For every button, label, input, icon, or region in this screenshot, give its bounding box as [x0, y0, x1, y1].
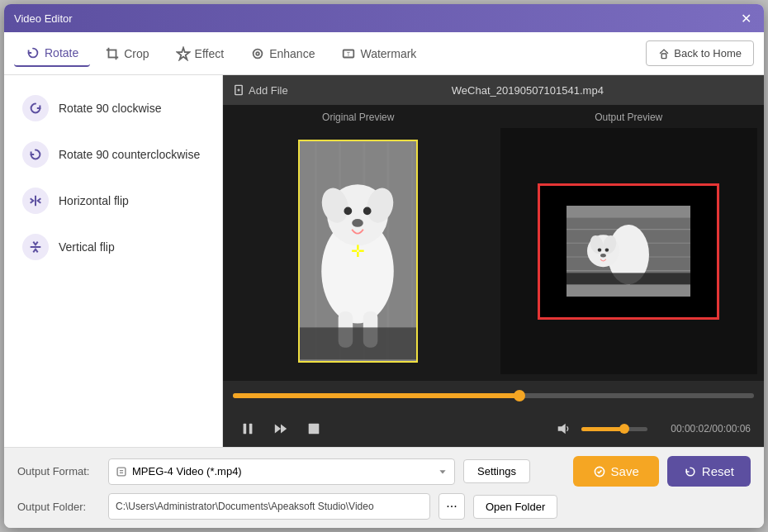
volume-button[interactable] [552, 417, 575, 440]
folder-path-value: C:\Users\Administrator\Documents\Apeakso… [116, 501, 374, 512]
volume-icon [556, 421, 571, 436]
svg-rect-10 [662, 54, 667, 59]
output-rotated-video [567, 206, 690, 297]
sidebar-item-rotate-cw[interactable]: Rotate 90 clockwise [14, 88, 212, 128]
reset-label: Reset [702, 464, 734, 478]
output-video-frame [538, 183, 719, 320]
tab-effect[interactable]: Effect [164, 41, 236, 66]
right-panel: Add File WeChat_20190507101541.mp4 Origi… [223, 75, 764, 447]
video-editor-window: Video Editor ✕ Rotate Crop Eff [4, 4, 764, 528]
output-preview-label: Output Preview [595, 112, 662, 123]
svg-point-27 [344, 207, 353, 216]
flip-v-label: Vertical flip [59, 240, 115, 254]
format-select[interactable]: MPEG-4 Video (*.mp4) [108, 458, 455, 485]
tab-enhance[interactable]: Enhance [239, 41, 326, 66]
pause-button[interactable] [236, 417, 259, 440]
original-video-container: ✛ [230, 128, 487, 374]
sidebar-item-flip-h[interactable]: Horizontal flip [14, 181, 212, 221]
svg-rect-51 [309, 424, 320, 435]
output-video-content [567, 206, 690, 297]
time-display: 00:00:02/00:00:06 [671, 423, 751, 435]
rotate-cw-label: Rotate 90 clockwise [59, 102, 162, 115]
svg-rect-53 [117, 468, 126, 476]
preview-area: Original Preview [223, 105, 764, 381]
fast-forward-button[interactable] [269, 417, 292, 440]
svg-rect-32 [300, 327, 416, 359]
svg-point-28 [363, 207, 372, 216]
open-folder-button[interactable]: Open Folder [473, 495, 557, 519]
add-file-icon [233, 84, 244, 96]
output-preview-pane: Output Preview [494, 105, 765, 381]
svg-text:T: T [348, 50, 351, 56]
rotate-icon [26, 45, 40, 60]
flip-v-icon [22, 234, 49, 260]
close-button[interactable]: ✕ [737, 10, 754, 26]
stop-button[interactable] [302, 417, 325, 440]
bottom-bar: Output Format: MPEG-4 Video (*.mp4) Sett… [4, 447, 764, 528]
save-label: Save [611, 464, 639, 478]
settings-button[interactable]: Settings [463, 459, 530, 483]
progress-bar-container[interactable] [223, 381, 764, 411]
flip-h-label: Horizontal flip [59, 194, 129, 207]
svg-rect-0 [109, 50, 116, 57]
stop-icon [306, 421, 321, 436]
output-video-container [500, 128, 758, 374]
crosshair-indicator: ✛ [351, 241, 365, 261]
svg-point-7 [256, 52, 259, 55]
tab-rotate[interactable]: Rotate [14, 40, 90, 67]
dropdown-arrow-icon [438, 467, 448, 477]
original-preview-pane: Original Preview [223, 105, 494, 381]
volume-fill [581, 427, 624, 431]
add-file-button[interactable]: Add File [233, 84, 288, 97]
svg-marker-56 [439, 470, 445, 473]
tab-watermark[interactable]: T Watermark [329, 41, 428, 66]
add-file-label: Add File [249, 84, 288, 97]
home-icon [658, 48, 670, 59]
original-preview-label: Original Preview [322, 112, 394, 123]
output-folder-row: Output Folder: C:\Users\Administrator\Do… [17, 493, 751, 520]
browse-folder-button[interactable]: ··· [439, 493, 465, 520]
back-home-label: Back to Home [674, 47, 742, 59]
open-folder-label: Open Folder [486, 501, 545, 513]
rotate-cw-icon [22, 95, 49, 121]
save-icon [593, 465, 606, 478]
back-home-button[interactable]: Back to Home [646, 40, 754, 66]
progress-thumb[interactable] [514, 390, 525, 401]
sidebar-item-rotate-ccw[interactable]: Rotate 90 counterclockwise [14, 135, 212, 174]
svg-marker-50 [281, 425, 287, 434]
playback-controls: 00:00:02/00:00:06 [223, 411, 764, 447]
save-button[interactable]: Save [573, 456, 659, 487]
fast-forward-icon [273, 421, 288, 436]
settings-label: Settings [477, 465, 516, 477]
volume-track[interactable] [581, 427, 647, 431]
effect-icon [176, 46, 191, 61]
tab-effect-label: Effect [195, 47, 225, 60]
browse-dots-icon: ··· [446, 499, 457, 514]
svg-rect-48 [249, 424, 253, 435]
svg-marker-52 [558, 424, 566, 435]
current-filename: WeChat_20190507101541.mp4 [301, 84, 754, 97]
enhance-icon [250, 46, 265, 61]
pause-icon [240, 421, 255, 436]
tab-crop[interactable]: Crop [93, 41, 160, 66]
tab-enhance-label: Enhance [269, 47, 315, 60]
progress-track[interactable] [233, 393, 754, 398]
format-select-value: MPEG-4 Video (*.mp4) [116, 465, 242, 477]
svg-marker-49 [275, 425, 281, 434]
main-content: Rotate 90 clockwise Rotate 90 counterclo… [4, 75, 764, 447]
volume-thumb[interactable] [619, 424, 629, 434]
svg-point-45 [600, 254, 606, 257]
titlebar: Video Editor ✕ [4, 4, 764, 32]
crop-icon [105, 46, 120, 61]
toolbar: Rotate Crop Effect Enhance [4, 32, 764, 75]
volume-section [552, 417, 647, 440]
svg-marker-5 [177, 47, 188, 59]
tab-crop-label: Crop [124, 47, 149, 60]
reset-button[interactable]: Reset [667, 456, 751, 487]
svg-point-29 [352, 219, 363, 227]
window-title: Video Editor [14, 12, 73, 25]
original-video-frame: ✛ [298, 140, 418, 363]
flip-h-icon [22, 188, 49, 214]
svg-point-43 [598, 248, 601, 251]
sidebar-item-flip-v[interactable]: Vertical flip [14, 227, 212, 267]
